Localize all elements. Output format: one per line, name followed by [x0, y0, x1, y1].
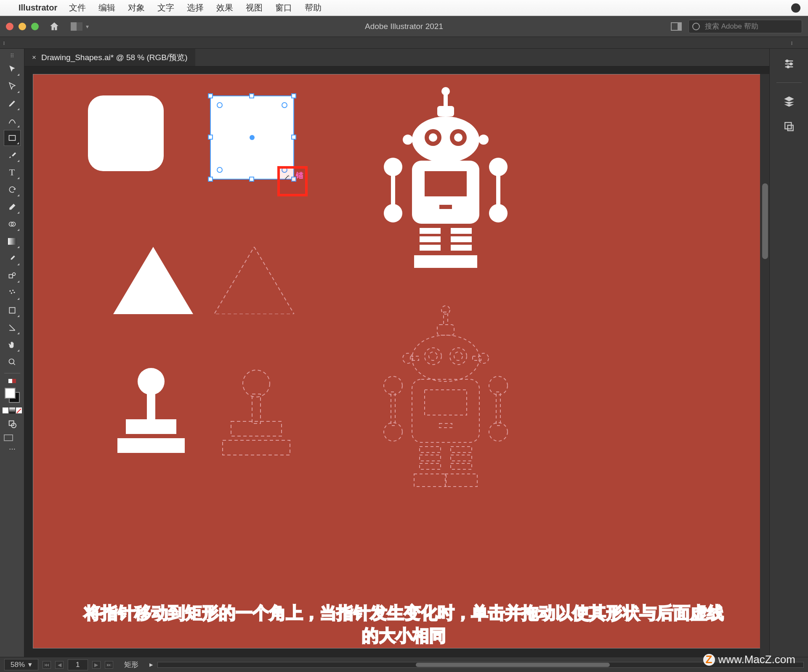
- draw-mode-icon[interactable]: [7, 419, 17, 429]
- scrollbar-thumb[interactable]: [416, 663, 609, 667]
- menu-type[interactable]: 文字: [157, 2, 174, 13]
- center-point-icon: [250, 135, 255, 140]
- curvature-tool[interactable]: [4, 113, 21, 129]
- svg-rect-31: [410, 138, 419, 142]
- toolbox: ፧፧ T ⋯: [0, 49, 24, 657]
- triangle-shape[interactable]: [113, 247, 193, 314]
- zoom-tool[interactable]: [4, 354, 21, 370]
- zoom-level-dropdown[interactable]: 58%▾: [4, 659, 38, 670]
- menubar-status-icon[interactable]: [791, 3, 800, 13]
- symbol-sprayer-tool[interactable]: [4, 285, 21, 301]
- app-titlebar: ▾ Adobe Illustrator 2021 搜索 Adobe 帮助: [0, 16, 808, 37]
- selection-type-label: 矩形: [117, 660, 145, 669]
- svg-rect-4: [9, 275, 12, 278]
- toolbox-grip-icon[interactable]: ፧፧: [4, 51, 21, 60]
- joystick-shape[interactable]: [109, 367, 193, 455]
- blend-tool[interactable]: [4, 268, 21, 284]
- svg-rect-70: [496, 392, 500, 426]
- help-search-input[interactable]: 搜索 Adobe 帮助: [688, 20, 802, 33]
- direct-selection-tool[interactable]: [4, 78, 21, 94]
- robot-shape[interactable]: [370, 83, 521, 293]
- resize-handle[interactable]: [208, 93, 213, 98]
- triangle-dashed-shape[interactable]: [214, 247, 294, 314]
- menu-select[interactable]: 选择: [187, 2, 204, 13]
- panel-toggle-icon[interactable]: [671, 22, 682, 31]
- rotate-tool[interactable]: [4, 182, 21, 198]
- robot-dashed-shape[interactable]: [370, 302, 521, 512]
- eraser-tool[interactable]: [4, 199, 21, 215]
- svg-rect-15: [147, 392, 155, 421]
- vertical-scrollbar[interactable]: [760, 74, 769, 657]
- slice-tool[interactable]: [4, 320, 21, 336]
- last-artboard-button[interactable]: ⏭: [105, 661, 113, 669]
- tutorial-highlight: ⤢ 锚: [277, 166, 308, 196]
- default-fill-stroke-icon[interactable]: [8, 379, 16, 383]
- rectangle-tool[interactable]: [4, 130, 21, 146]
- resize-handle[interactable]: [249, 177, 254, 182]
- document-tab[interactable]: × Drawing_Shapes.ai* @ 58 % (RGB/预览): [24, 49, 195, 66]
- color-mode-row[interactable]: [3, 407, 22, 413]
- resize-handle[interactable]: [291, 93, 296, 98]
- window-minimize-button[interactable]: [19, 23, 26, 30]
- resize-handle[interactable]: [291, 135, 296, 140]
- rounded-rectangle-shape[interactable]: [88, 95, 164, 171]
- paintbrush-tool[interactable]: [4, 147, 21, 163]
- first-artboard-button[interactable]: ⏮: [43, 661, 51, 669]
- window-zoom-button[interactable]: [31, 23, 39, 30]
- artboards-icon[interactable]: [782, 120, 796, 133]
- svg-rect-38: [391, 173, 395, 207]
- control-bar: ፧፧ ፧፧: [0, 37, 808, 49]
- gradient-tool[interactable]: [4, 233, 21, 249]
- menu-effect[interactable]: 效果: [216, 2, 233, 13]
- resize-handle[interactable]: [249, 93, 254, 98]
- corner-widget[interactable]: [282, 102, 287, 108]
- menu-file[interactable]: 文件: [69, 2, 86, 13]
- svg-rect-36: [439, 205, 452, 209]
- artboard-canvas[interactable]: ⤢ 锚: [33, 74, 761, 648]
- type-tool[interactable]: T: [4, 164, 21, 180]
- resize-handle[interactable]: [208, 177, 213, 182]
- next-artboard-button[interactable]: ▶: [92, 661, 101, 669]
- menu-window[interactable]: 窗口: [275, 2, 292, 13]
- hand-tool[interactable]: [4, 337, 21, 353]
- svg-point-55: [425, 348, 441, 365]
- svg-point-59: [403, 353, 413, 363]
- svg-rect-77: [451, 455, 472, 461]
- selection-tool[interactable]: [4, 61, 21, 77]
- joystick-dashed-shape[interactable]: [214, 369, 298, 457]
- svg-rect-78: [451, 463, 472, 469]
- workspace-switcher-icon[interactable]: [71, 22, 82, 31]
- chevron-right-icon[interactable]: ▸: [149, 660, 153, 669]
- pen-tool[interactable]: [4, 95, 21, 111]
- corner-widget[interactable]: [217, 167, 223, 173]
- menu-object[interactable]: 对象: [128, 2, 145, 13]
- right-panel-dock: [769, 49, 808, 657]
- menu-edit[interactable]: 编辑: [98, 2, 115, 13]
- close-icon[interactable]: ×: [32, 53, 36, 62]
- eyedropper-tool[interactable]: [4, 251, 21, 267]
- svg-rect-76: [451, 447, 472, 452]
- chevron-down-icon[interactable]: ▾: [86, 23, 89, 30]
- status-bar: 58%▾ ⏮ ◀ 1 ▶ ⏭ 矩形 ▸: [0, 657, 808, 672]
- resize-cursor-icon: ⤢: [283, 172, 290, 181]
- window-close-button[interactable]: [6, 23, 13, 30]
- corner-widget[interactable]: [217, 102, 223, 108]
- fill-stroke-swatch[interactable]: [5, 388, 20, 403]
- resize-handle[interactable]: [208, 135, 213, 140]
- home-icon[interactable]: [49, 21, 60, 32]
- artboard-tool[interactable]: [4, 302, 21, 318]
- tutorial-caption: 将指针移动到矩形的一个角上，当指针发生变化时，单击并拖动以使其形状与后面虚线 的…: [32, 601, 776, 647]
- app-name[interactable]: Illustrator: [19, 3, 57, 13]
- menu-view[interactable]: 视图: [246, 2, 263, 13]
- shape-builder-tool[interactable]: [4, 216, 21, 232]
- zoom-value: 58%: [11, 661, 25, 669]
- artboard-number-input[interactable]: 1: [68, 659, 88, 670]
- prev-artboard-button[interactable]: ◀: [55, 661, 64, 669]
- svg-rect-67: [391, 392, 395, 426]
- menu-help[interactable]: 帮助: [305, 2, 322, 13]
- properties-icon[interactable]: [782, 57, 796, 71]
- layers-icon[interactable]: [782, 95, 796, 108]
- screen-mode-icon[interactable]: [4, 434, 13, 441]
- edit-toolbar-button[interactable]: ⋯: [4, 444, 21, 453]
- scrollbar-thumb[interactable]: [762, 183, 768, 259]
